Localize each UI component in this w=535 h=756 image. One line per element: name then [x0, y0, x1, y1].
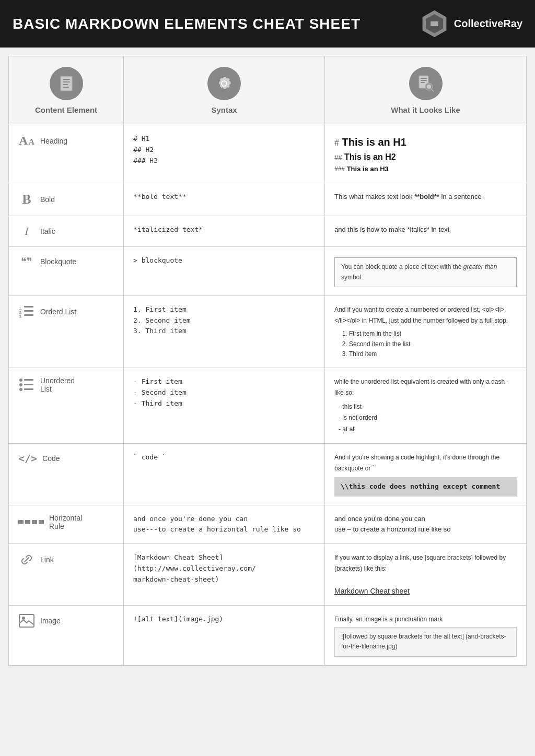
image-icon — [18, 614, 35, 628]
hr-label: HorizontalRule — [49, 514, 82, 530]
preview-cell-heading: # This is an H1 ## This is an H2 ### Thi… — [325, 125, 526, 183]
row-link: Link [Markdown Cheat Sheet] (http://www.… — [9, 544, 526, 606]
svg-rect-9 — [421, 78, 427, 79]
code-label: Code — [42, 454, 60, 463]
syntax-cell-ordered: 1. First item 2. Second item 3. Third it… — [124, 296, 325, 368]
syntax-cell-unordered: - First item - Second item - Third item — [124, 368, 325, 443]
unordered-list-icon — [18, 377, 35, 392]
preview-cell-italic: and this is how to make *italics* in tex… — [325, 216, 526, 246]
ordered-list-preview: First item in the list Second item in th… — [334, 329, 517, 359]
svg-rect-5 — [63, 81, 70, 82]
svg-point-23 — [19, 383, 22, 386]
svg-point-25 — [19, 388, 22, 391]
list-item: Third item — [349, 349, 517, 359]
link-preview: Markdown Cheat sheet — [334, 587, 410, 595]
italic-icon: I — [18, 225, 35, 238]
element-cell-blockquote: ❝❞ Blockquote — [9, 247, 124, 295]
svg-rect-16 — [24, 306, 33, 308]
svg-rect-4 — [63, 79, 70, 80]
svg-rect-24 — [24, 384, 33, 385]
unordered-list-preview: - this list - is not orderd - at all — [339, 401, 517, 435]
list-item: - this list — [339, 401, 517, 413]
preview-cell-link: If you want to display a link, use [squa… — [325, 544, 526, 605]
svg-rect-7 — [63, 87, 69, 88]
preview-cell-ordered: And if you want to create a numbered or … — [325, 296, 526, 368]
list-item: - is not orderd — [339, 412, 517, 424]
code-icon: </> — [18, 452, 37, 465]
code-highlight-box: \\this code does nothing except comment — [334, 477, 517, 497]
preview-icon — [409, 67, 443, 100]
element-cell-code: </> Code — [9, 444, 124, 504]
horizontal-rule-icon — [18, 520, 44, 524]
image-preview-box: ![followed by square brackets for the al… — [334, 627, 517, 656]
element-cell-image: Image — [9, 606, 124, 665]
unordered-list-label: UnorderedList — [40, 376, 75, 393]
image-label: Image — [40, 617, 61, 625]
svg-rect-22 — [24, 379, 33, 381]
link-icon — [18, 552, 35, 567]
heading-label: Heading — [40, 137, 67, 145]
row-code: </> Code ` code ` And if you're showing … — [9, 444, 526, 505]
element-cell-link: Link — [9, 544, 124, 605]
element-cell-hr: HorizontalRule — [9, 505, 124, 544]
element-cell-ordered: 1. 2. 3. Orderd List — [9, 296, 124, 368]
blockquote-label: Blockquote — [40, 257, 76, 266]
col-header-syntax: Syntax — [124, 56, 325, 125]
svg-rect-18 — [24, 310, 33, 312]
brand-name: CollectiveRay — [454, 18, 522, 30]
content-element-icon — [50, 67, 83, 100]
svg-text:3.: 3. — [19, 314, 22, 319]
syntax-cell-heading: # H1 ## H2 ### H3 — [124, 125, 325, 183]
h1-preview: # This is an H1 — [334, 134, 517, 150]
svg-rect-26 — [24, 388, 33, 390]
syntax-cell-link: [Markdown Cheat Sheet] (http://www.colle… — [124, 544, 325, 605]
row-italic: I Italic *italicized text* and this is h… — [9, 216, 526, 247]
preview-cell-image: Finally, an image is a punctuation mark … — [325, 606, 526, 665]
preview-cell-unordered: while the unordered list equivalent is c… — [325, 368, 526, 443]
svg-point-13 — [427, 85, 431, 89]
brand-area: CollectiveRay — [420, 9, 522, 38]
svg-marker-2 — [431, 21, 438, 26]
syntax-cell-blockquote: > blockquote — [124, 247, 325, 295]
ordered-list-icon: 1. 2. 3. — [18, 304, 35, 319]
page-title: BASIC MARKDOWN ELEMENTS CHEAT SHEET — [13, 16, 360, 32]
italic-label: Italic — [40, 227, 55, 235]
svg-rect-20 — [24, 314, 33, 316]
preview-cell-bold: This what makes text look **bold** in a … — [325, 183, 526, 216]
element-cell-bold: B Bold — [9, 183, 124, 216]
h2-preview: ## This is an H2 — [334, 150, 517, 164]
preview-cell-code: And if you're showing a code highlight, … — [325, 444, 526, 504]
link-label: Link — [40, 556, 54, 564]
brand-logo — [420, 9, 449, 38]
row-blockquote: ❝❞ Blockquote > blockquote You can block… — [9, 247, 526, 296]
list-item: First item in the list — [349, 329, 517, 339]
svg-rect-10 — [421, 80, 427, 81]
row-horizontal-rule: HorizontalRule and once you're done you … — [9, 505, 526, 545]
preview-cell-hr: and once you're done you canuse – to cre… — [325, 505, 526, 544]
row-image: Image ![alt text](image.jpg) Finally, an… — [9, 606, 526, 665]
h3-preview: ### This is an H3 — [334, 164, 517, 175]
row-unordered-list: UnorderedList - First item - Second item… — [9, 368, 526, 444]
col3-label: What it Looks Like — [391, 105, 460, 114]
column-headers: Content Element Syntax — [9, 56, 526, 125]
svg-line-14 — [432, 89, 434, 91]
list-item: - at all — [339, 424, 517, 435]
row-heading: AA Heading # H1 ## H2 ### H3 # This is a… — [9, 125, 526, 183]
syntax-cell-bold: **bold text** — [124, 183, 325, 216]
syntax-cell-hr: and once you're done you can use---to cr… — [124, 505, 325, 544]
col-header-preview: What it Looks Like — [325, 56, 526, 125]
svg-rect-3 — [61, 76, 72, 91]
svg-rect-11 — [421, 82, 425, 83]
page-header: BASIC MARKDOWN ELEMENTS CHEAT SHEET Coll… — [0, 0, 535, 48]
col1-label: Content Element — [35, 105, 97, 114]
svg-rect-6 — [63, 84, 68, 85]
bold-icon: B — [18, 192, 35, 207]
list-item: Second item in the list — [349, 339, 517, 349]
syntax-cell-italic: *italicized text* — [124, 216, 325, 246]
syntax-cell-image: ![alt text](image.jpg) — [124, 606, 325, 665]
cheat-sheet-table: Content Element Syntax — [8, 56, 527, 666]
row-bold: B Bold **bold text** This what makes tex… — [9, 183, 526, 216]
heading-icon: AA — [18, 134, 35, 148]
preview-cell-blockquote: You can block quote a piece of text with… — [325, 247, 526, 295]
col-header-element: Content Element — [9, 56, 124, 125]
